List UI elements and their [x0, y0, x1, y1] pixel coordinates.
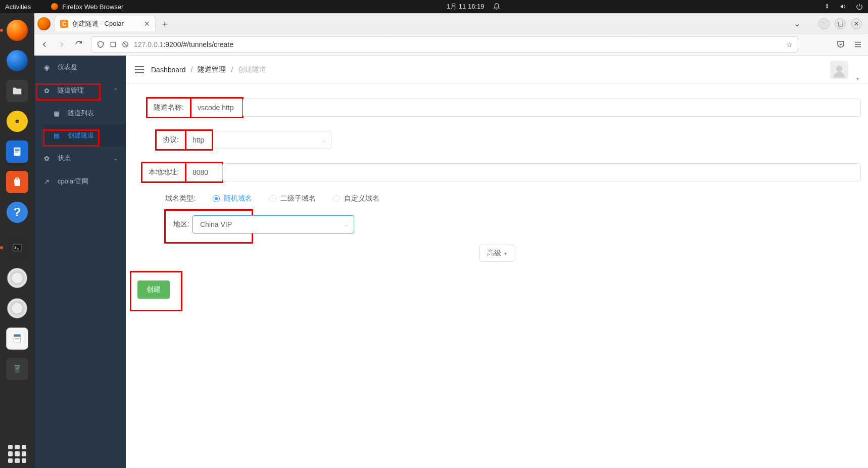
url-field[interactable]: 127.0.0.1:9200/#/tunnels/create ☆	[91, 36, 798, 53]
volume-icon[interactable]	[840, 3, 847, 10]
list-icon: ▦	[53, 110, 61, 117]
dock-disk2[interactable]	[4, 295, 30, 321]
shield-icon[interactable]	[97, 40, 105, 49]
tunnel-name-label: 隧道名称:	[148, 99, 191, 117]
sidebar-item-label: cpolar官网	[58, 177, 88, 186]
notification-bell-icon[interactable]	[493, 3, 500, 10]
dock-apps-grid[interactable]	[8, 445, 26, 463]
gear-icon: ✿	[42, 87, 51, 95]
radio-label: 随机域名	[224, 194, 252, 203]
power-icon[interactable]	[856, 3, 863, 10]
new-tab-button[interactable]: ＋	[158, 17, 172, 31]
svg-point-20	[836, 65, 843, 72]
breadcrumb-dash[interactable]: Dashboard	[151, 66, 186, 74]
dock-terminal[interactable]	[4, 235, 30, 261]
radio-icon	[213, 195, 220, 202]
create-button-label: 创建	[147, 285, 161, 294]
clock[interactable]: 1月 11 16:19	[447, 2, 484, 11]
breadcrumb-manage[interactable]: 隧道管理	[198, 65, 226, 74]
user-menu-caret-icon[interactable]: ▾	[856, 76, 859, 83]
sidebar-item-dashboard[interactable]: ◉ 仪表盘	[34, 56, 126, 79]
browser-tab[interactable]: C 创建隧道 - Cpolar ✕	[55, 16, 156, 32]
sidebar-item-tunnel-manage[interactable]: ✿ 隧道管理 ⌃	[34, 79, 126, 102]
window-close-button[interactable]: ✕	[851, 18, 862, 29]
dock-firefox[interactable]	[4, 17, 30, 43]
sidebar-item-label: 隧道管理	[58, 86, 84, 95]
breadcrumb: Dashboard / 隧道管理 / 创建隧道	[151, 65, 266, 74]
protocol-select[interactable]: ⌄	[213, 131, 331, 149]
protocol-label: 协议:	[157, 131, 186, 149]
sidebar-item-tunnel-create[interactable]: ▤ 创建隧道	[44, 124, 126, 147]
nav-reload-button[interactable]	[74, 39, 84, 50]
page-info-icon[interactable]	[110, 41, 117, 48]
sidebar-item-label: 仪表盘	[58, 63, 77, 72]
window-maximize-button[interactable]: ▢	[835, 18, 846, 29]
permissions-icon[interactable]	[122, 41, 129, 48]
advanced-label: 高级	[487, 249, 501, 258]
sidebar-item-label: 隧道列表	[68, 109, 94, 118]
tab-favicon-icon: C	[60, 20, 68, 28]
svg-rect-6	[15, 152, 18, 152]
user-avatar[interactable]	[830, 61, 848, 79]
dock-software[interactable]	[4, 169, 30, 195]
bookmark-star-icon[interactable]: ☆	[786, 40, 793, 49]
network-icon[interactable]	[824, 3, 831, 10]
svg-rect-5	[15, 150, 19, 151]
tab-close-icon[interactable]: ✕	[144, 20, 150, 28]
highlight-frame: 本地地址: 8080	[141, 162, 223, 183]
sidebar: ◉ 仪表盘 ✿ 隧道管理 ⌃ ▦ 隧道列表 ▤ 创建隧道	[34, 56, 126, 468]
gnome-top-bar: Activities Firefox Web Browser 1月 11 16:…	[0, 0, 868, 13]
firefox-icon	[7, 20, 28, 41]
local-addr-input[interactable]	[222, 163, 861, 181]
radio-custom-domain[interactable]: 自定义域名	[333, 194, 379, 203]
region-value: China VIP	[200, 220, 232, 228]
dock-rhythmbox[interactable]	[4, 108, 30, 134]
dock-writer[interactable]	[4, 138, 30, 165]
sidebar-item-cpolar-site[interactable]: ↗ cpolar官网	[34, 170, 126, 193]
notes-icon	[6, 327, 28, 350]
external-link-icon: ↗	[42, 178, 51, 185]
tab-strip: C 创建隧道 - Cpolar ✕ ＋ ⌄ — ▢ ✕	[34, 13, 868, 33]
tabs-dropdown-icon[interactable]: ⌄	[794, 19, 800, 28]
nav-back-button[interactable]	[39, 39, 50, 50]
activities-button[interactable]: Activities	[5, 3, 31, 11]
sidebar-item-label: 创建隧道	[68, 131, 94, 140]
radio-icon	[333, 195, 340, 202]
region-label: 地区:	[164, 220, 192, 229]
dock-help[interactable]: ?	[4, 199, 30, 225]
ubuntu-dock: ?	[0, 13, 34, 468]
dock-disk1[interactable]	[4, 265, 30, 291]
svg-rect-4	[15, 149, 19, 150]
create-button[interactable]: 创建	[137, 280, 170, 299]
advanced-toggle-button[interactable]: 高级 ▾	[479, 245, 514, 262]
gear-icon: ✿	[42, 155, 51, 162]
breadcrumb-current: 创建隧道	[238, 65, 266, 74]
cpolar-app: ◉ 仪表盘 ✿ 隧道管理 ⌃ ▦ 隧道列表 ▤ 创建隧道	[34, 56, 868, 468]
sidebar-item-label: 状态	[58, 154, 71, 163]
pocket-icon[interactable]	[836, 39, 846, 50]
nav-forward-button[interactable]	[57, 39, 67, 50]
collapse-sidebar-button[interactable]	[135, 66, 144, 73]
dock-texteditor[interactable]	[4, 325, 30, 352]
firefox-badge-icon[interactable]	[37, 17, 51, 30]
chevron-down-icon: ⌄	[321, 137, 326, 144]
window-minimize-button[interactable]: —	[818, 18, 830, 29]
tunnel-name-input[interactable]	[243, 99, 861, 117]
dock-trash[interactable]	[4, 356, 30, 382]
browser-window: C 创建隧道 - Cpolar ✕ ＋ ⌄ — ▢ ✕ 127.0.0.1	[34, 13, 868, 468]
dock-thunderbird[interactable]	[4, 48, 30, 74]
radio-subdomain[interactable]: 二级子域名	[269, 194, 316, 203]
app-menu-button[interactable]	[853, 39, 863, 50]
sidebar-item-status[interactable]: ✿ 状态 ⌄	[34, 147, 126, 170]
dock-files[interactable]	[4, 78, 30, 104]
thunderbird-icon	[7, 50, 28, 71]
radio-icon	[269, 195, 276, 202]
disc-icon	[7, 268, 27, 288]
chevron-down-icon: ⌄	[113, 155, 118, 162]
sidebar-item-tunnel-list[interactable]: ▦ 隧道列表	[44, 102, 126, 124]
trash-icon	[6, 358, 28, 380]
radio-random-domain[interactable]: 随机域名	[213, 194, 252, 203]
region-select[interactable]: China VIP ⌄	[192, 215, 354, 233]
current-app[interactable]: Firefox Web Browser	[51, 3, 123, 11]
top-bar: Dashboard / 隧道管理 / 创建隧道 ▾	[126, 56, 868, 84]
